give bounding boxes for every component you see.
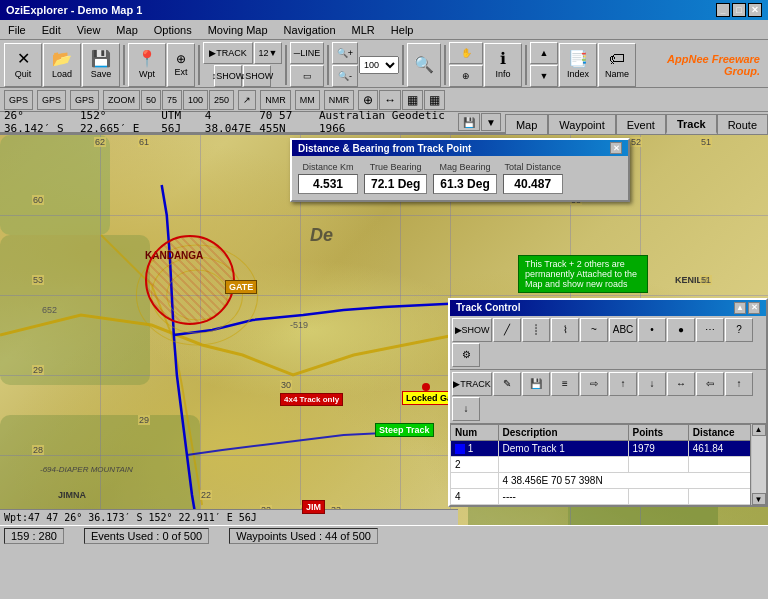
menu-options[interactable]: Options (150, 23, 196, 37)
track-btn5[interactable]: ABC (609, 318, 637, 342)
track-up-arrow[interactable]: ↑ (609, 372, 637, 396)
show-track-btn[interactable]: ▶TRACK (203, 42, 253, 64)
menu-edit[interactable]: Edit (38, 23, 65, 37)
quit-button[interactable]: ✕ Quit (4, 43, 42, 87)
gps-btn2[interactable]: GPS (37, 90, 66, 110)
show-btn2[interactable]: 12▼ (254, 42, 282, 64)
track-row-2[interactable]: 2 (451, 457, 766, 473)
menu-mlr[interactable]: MLR (348, 23, 379, 37)
track-show-btn[interactable]: ▶SHOW (452, 318, 492, 342)
nav-down-btn[interactable]: ▼ (530, 65, 558, 87)
zoom-250[interactable]: 250 (209, 90, 234, 110)
track-scrollbar[interactable]: ▲ ▼ (750, 424, 766, 505)
track-up-btn[interactable]: ▲ (734, 302, 746, 314)
ext-button[interactable]: ⊕ Ext (167, 43, 195, 87)
cursor-btn[interactable]: ⊕ (449, 65, 483, 87)
track-import-btn[interactable]: ⇦ (696, 372, 724, 396)
track-list-btn[interactable]: ≡ (551, 372, 579, 396)
diaper-mt-label: -694-DIAPER MOUNTAIN (40, 465, 133, 474)
map-container[interactable]: GATE KANDANGA De CORUMBA MOUNTAIN KENILB… (0, 135, 768, 525)
save-button[interactable]: 💾 Save (82, 43, 120, 87)
track-desc-3: 4 38.456E 70 57 398N (498, 473, 765, 489)
line-btn[interactable]: ─LINE (290, 42, 324, 64)
zoom-fit-btn[interactable]: ZOOM (103, 90, 140, 110)
profile-btn[interactable]: ↗ (238, 90, 256, 110)
scroll-up-btn[interactable]: ▲ (752, 424, 766, 436)
track-up2-btn[interactable]: ↑ (725, 372, 753, 396)
magnify-btn[interactable]: 🔍 (407, 43, 441, 87)
menu-moving-map[interactable]: Moving Map (204, 23, 272, 37)
track-btn7[interactable]: ● (667, 318, 695, 342)
zoom-100[interactable]: 100 (183, 90, 208, 110)
menu-map[interactable]: Map (112, 23, 141, 37)
gps-btn3[interactable]: GPS (70, 90, 99, 110)
minimize-button[interactable]: _ (716, 3, 730, 17)
zoom-in-btn[interactable]: 🔍+ (332, 42, 358, 64)
nmr2-btn[interactable]: NMR (324, 90, 355, 110)
load-button[interactable]: 📂 Load (43, 43, 81, 87)
tab-event[interactable]: Event (616, 114, 666, 134)
track-help-btn[interactable]: ? (725, 318, 753, 342)
coord-btn2[interactable]: ▼ (481, 113, 501, 131)
tab-route[interactable]: Route (717, 114, 768, 134)
dialog-close-btn[interactable]: ✕ (610, 142, 622, 154)
scroll-down-btn[interactable]: ▼ (752, 493, 766, 505)
show-btn4[interactable]: ↕SHOW (243, 65, 271, 87)
distance-bearing-dialog[interactable]: Distance & Bearing from Track Point ✕ Di… (290, 138, 630, 202)
track-close-btn[interactable]: ✕ (748, 302, 760, 314)
track-btn1[interactable]: ╱ (493, 318, 521, 342)
distance-field: Distance Km 4.531 (298, 162, 358, 194)
area-btn[interactable]: ▭ (290, 65, 324, 87)
coord-icons: 💾 ▼ (458, 113, 501, 131)
track-add-btn[interactable]: ▶TRACK (452, 372, 492, 396)
extra-btn2[interactable]: ↔ (379, 90, 401, 110)
zoom-in-75[interactable]: 75 (162, 90, 182, 110)
track-row-1[interactable]: 1 Demo Track 1 1979 461.84 (451, 440, 766, 456)
show-btn3[interactable]: ↕SHOW (214, 65, 242, 87)
track-lr-btn[interactable]: ↔ (667, 372, 695, 396)
mm-btn[interactable]: MM (295, 90, 320, 110)
menu-view[interactable]: View (73, 23, 105, 37)
tab-map[interactable]: Map (505, 114, 548, 134)
track-btn6[interactable]: • (638, 318, 666, 342)
coord-btn1[interactable]: 💾 (458, 113, 480, 131)
name-button[interactable]: 🏷 Name (598, 43, 636, 87)
grid-30: 30 (280, 380, 292, 390)
info-button[interactable]: ℹ Info (484, 43, 522, 87)
tab-track[interactable]: Track (666, 114, 717, 134)
maximize-button[interactable]: □ (732, 3, 746, 17)
col-num: Num (451, 424, 499, 440)
track-down-arrow[interactable]: ↓ (638, 372, 666, 396)
close-button[interactable]: ✕ (748, 3, 762, 17)
track-save-btn[interactable]: 💾 (522, 372, 550, 396)
mag-bearing-value: 61.3 Deg (433, 174, 496, 194)
index-button[interactable]: 📑 Index (559, 43, 597, 87)
track-btn2[interactable]: ┊ (522, 318, 550, 342)
menu-navigation[interactable]: Navigation (280, 23, 340, 37)
extra-btn4[interactable]: ▦ (424, 90, 445, 110)
extra-btn1[interactable]: ⊕ (358, 90, 378, 110)
track-row-4[interactable]: 4 ---- (451, 489, 766, 505)
zoom-out-btn[interactable]: 🔍- (332, 65, 358, 87)
track-btn3[interactable]: ⌇ (551, 318, 579, 342)
total-distance-field: Total Distance 40.487 (503, 162, 563, 194)
magnify-icon: 🔍 (414, 55, 434, 74)
extra-btn3[interactable]: ▦ (402, 90, 423, 110)
wpt-button[interactable]: 📍 Wpt (128, 43, 166, 87)
zoom-in-50[interactable]: 50 (141, 90, 161, 110)
gps-btn[interactable]: GPS (4, 90, 33, 110)
nav-up-btn[interactable]: ▲ (530, 42, 558, 64)
pan-btn[interactable]: ✋ (449, 42, 483, 64)
track-down2-btn[interactable]: ↓ (452, 397, 480, 421)
track-config-btn[interactable]: ⚙ (452, 343, 480, 367)
tab-waypoint[interactable]: Waypoint (548, 114, 615, 134)
track-btn4[interactable]: ~ (580, 318, 608, 342)
track-edit-btn[interactable]: ✎ (493, 372, 521, 396)
menu-help[interactable]: Help (387, 23, 418, 37)
zoom-select[interactable]: 100 50 75 125 (359, 56, 399, 74)
menu-file[interactable]: File (4, 23, 30, 37)
track-btn8[interactable]: ⋯ (696, 318, 724, 342)
nmr-btn[interactable]: NMR (260, 90, 291, 110)
track-export-btn[interactable]: ⇨ (580, 372, 608, 396)
dialog-title-bar: Distance & Bearing from Track Point ✕ (292, 140, 628, 156)
